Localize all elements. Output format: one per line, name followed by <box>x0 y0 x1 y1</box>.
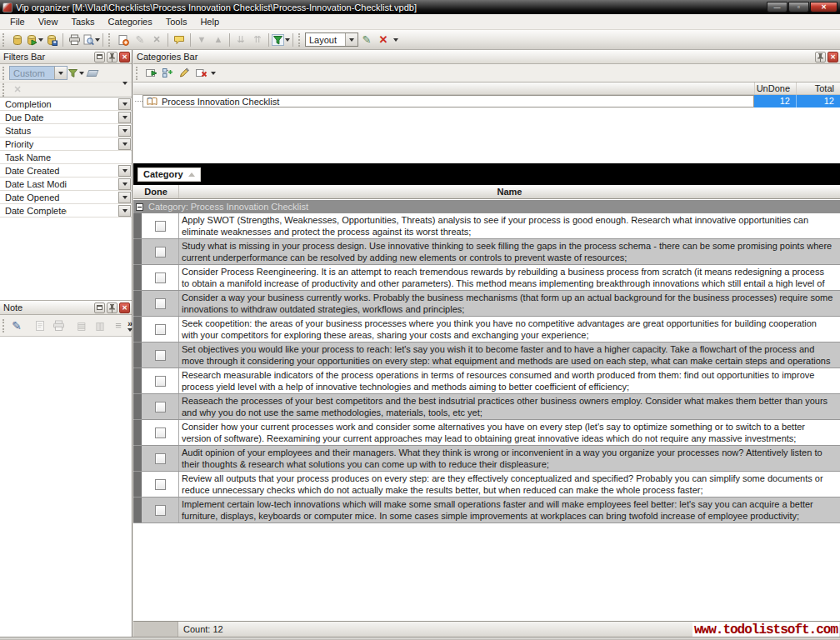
filter-value-cell[interactable] <box>67 124 118 137</box>
name-column-header[interactable]: Name <box>179 185 840 198</box>
filter-value-cell[interactable] <box>67 191 118 203</box>
task-checkbox[interactable] <box>155 376 166 387</box>
new-category-icon[interactable] <box>142 65 159 82</box>
layout-combobox[interactable]: Layout <box>305 32 358 47</box>
task-checkbox[interactable] <box>155 221 166 232</box>
toolbar-grip[interactable] <box>2 67 6 80</box>
apply-filter-icon[interactable] <box>68 65 84 82</box>
filter-value-cell[interactable] <box>67 204 118 217</box>
task-row[interactable]: Implement certain low-tech innovations w… <box>133 498 840 523</box>
menu-file[interactable]: File <box>3 15 32 28</box>
task-checkbox[interactable] <box>155 505 166 516</box>
save-database-icon[interactable] <box>43 32 60 48</box>
category-name-box[interactable]: Process Innovation Checklist <box>142 95 754 108</box>
collapse-icon[interactable] <box>136 203 143 211</box>
menu-help[interactable]: Help <box>193 15 226 28</box>
total-column-header[interactable]: Total <box>796 82 840 94</box>
task-row[interactable]: Consider Process Reengineering. It is an… <box>133 265 840 291</box>
toolbar-grip[interactable] <box>2 83 6 97</box>
new-subcategory-icon[interactable] <box>159 65 176 82</box>
filter-value-cell[interactable] <box>67 178 118 190</box>
save-layout-icon[interactable]: ✎ <box>358 32 375 48</box>
task-checkbox[interactable] <box>155 453 166 464</box>
task-row[interactable]: Study what is missing in your process de… <box>133 239 840 265</box>
note-overflow-dropdown-icon[interactable] <box>128 328 132 332</box>
toolbar-grip[interactable] <box>2 33 6 47</box>
undone-column-header[interactable]: UnDone <box>754 82 796 94</box>
note-pin-button[interactable] <box>107 302 118 313</box>
filters-overflow-icon[interactable] <box>122 82 128 95</box>
task-checkbox[interactable] <box>155 247 166 258</box>
layout-combobox-dropdown-icon[interactable] <box>345 33 358 46</box>
filter-dropdown-button[interactable] <box>118 98 131 110</box>
categories-pin-button[interactable] <box>815 52 826 62</box>
comment-icon[interactable] <box>171 32 188 48</box>
category-group-row[interactable]: Category: Process Innovation Checklist <box>133 200 840 213</box>
toolbar-grip[interactable] <box>298 33 302 47</box>
menu-categories[interactable]: Categories <box>102 15 159 28</box>
filter-value-cell[interactable] <box>67 164 118 177</box>
close-button[interactable]: ✕ <box>810 2 838 12</box>
categories-close-button[interactable]: ✕ <box>828 52 838 62</box>
task-row[interactable]: Consider a way your business currently w… <box>133 291 840 317</box>
task-row[interactable]: Reaseach the processes of your best comp… <box>133 394 840 420</box>
filter-dropdown-button[interactable] <box>118 178 131 190</box>
maximize-button[interactable]: ▫ <box>788 2 809 12</box>
filter-dropdown-button[interactable] <box>118 112 131 123</box>
delete-category-icon[interactable] <box>192 65 209 82</box>
new-task-icon[interactable] <box>115 32 132 48</box>
delete-layout-icon[interactable]: ✕ <box>375 32 392 48</box>
minimize-button[interactable]: — <box>767 2 788 12</box>
filter-icon[interactable] <box>272 32 290 48</box>
edit-task-icon[interactable]: ✎ <box>132 32 148 48</box>
filter-dropdown-button[interactable] <box>118 192 131 203</box>
category-tree-row[interactable]: Process Innovation Checklist 12 12 <box>133 95 840 108</box>
new-database-icon[interactable] <box>9 32 26 48</box>
task-row[interactable]: Seek coopetition: the areas of your busi… <box>133 317 840 342</box>
filter-value-cell[interactable] <box>67 151 132 163</box>
task-row[interactable]: Set objectives you would like your proce… <box>133 342 840 368</box>
categories-toolbar-overflow-icon[interactable] <box>211 72 216 75</box>
filter-dropdown-button[interactable] <box>118 138 131 150</box>
note-align-left-icon[interactable]: ▤ <box>72 317 91 335</box>
task-row[interactable]: Research measurable indicators of the pr… <box>133 368 840 394</box>
note-new-document-icon[interactable] <box>31 317 49 335</box>
group-by-category-button[interactable]: Category <box>138 168 201 182</box>
delete-task-icon[interactable]: ✕ <box>148 32 165 48</box>
open-database-icon[interactable] <box>26 32 43 48</box>
note-list-icon[interactable]: ≡ <box>109 317 128 335</box>
print-preview-icon[interactable] <box>82 32 100 48</box>
task-checkbox[interactable] <box>155 272 166 283</box>
custom-filter-dropdown-icon[interactable] <box>54 67 67 79</box>
note-overflow-icon[interactable]: » <box>128 319 132 328</box>
note-align-right-icon[interactable]: ▥ <box>91 317 109 335</box>
remove-filter-icon[interactable]: ✕ <box>9 82 26 98</box>
filters-close-button[interactable]: ✕ <box>119 52 130 62</box>
task-row[interactable]: Review all outputs that your process pro… <box>133 472 840 498</box>
edit-category-icon[interactable] <box>176 65 192 82</box>
task-checkbox[interactable] <box>155 298 166 309</box>
task-checkbox[interactable] <box>155 402 166 412</box>
note-print-icon[interactable] <box>49 317 68 335</box>
note-float-button[interactable] <box>94 302 105 313</box>
toolbar-grip[interactable] <box>136 67 139 80</box>
filter-dropdown-button[interactable] <box>118 125 131 137</box>
task-checkbox[interactable] <box>155 479 166 490</box>
menu-view[interactable]: View <box>32 15 65 28</box>
move-bottom-icon[interactable]: ⇊ <box>232 32 249 48</box>
toolbar-overflow-icon[interactable] <box>393 38 398 42</box>
filters-pin-button[interactable] <box>107 52 118 62</box>
menu-tasks[interactable]: Tasks <box>64 15 101 28</box>
note-edit-icon[interactable]: ✎ <box>8 317 26 335</box>
filter-value-cell[interactable] <box>67 138 118 150</box>
task-row[interactable]: Consider how your current processes work… <box>133 420 840 446</box>
filters-float-button[interactable] <box>94 52 105 62</box>
note-content[interactable] <box>0 337 132 612</box>
task-checkbox[interactable] <box>155 428 166 438</box>
move-top-icon[interactable]: ⇈ <box>249 32 266 48</box>
toolbar-grip[interactable] <box>2 319 4 332</box>
task-row[interactable]: Apply SWOT (Strengths, Weaknesses, Oppor… <box>133 213 840 239</box>
task-row[interactable]: Audit opinion of your employees and thei… <box>133 446 840 472</box>
filter-dropdown-button[interactable] <box>118 205 131 217</box>
filter-value-cell[interactable] <box>67 98 118 110</box>
